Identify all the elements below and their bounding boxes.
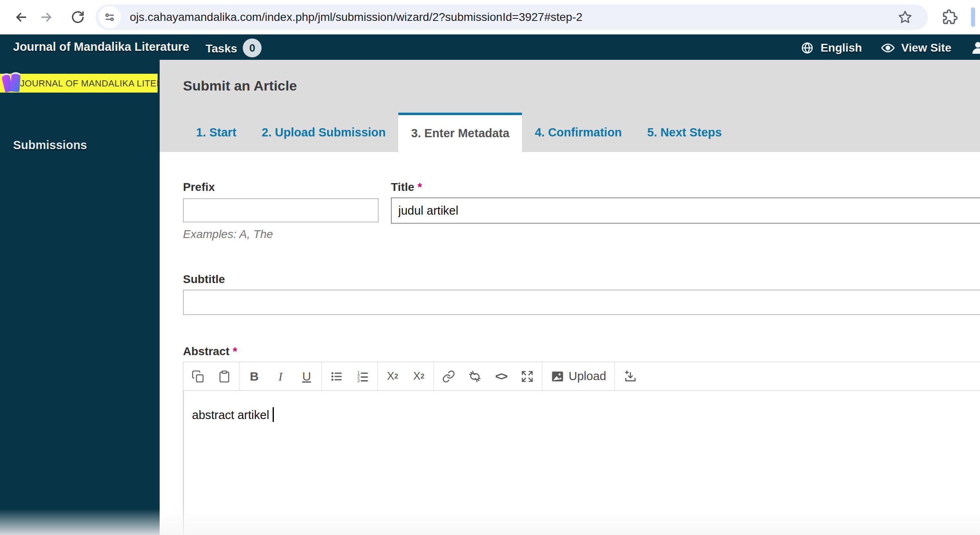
address-bar[interactable]: ojs.cahayamandalika.com/index.php/jml/su… <box>95 5 928 30</box>
journal-brand[interactable]: Journal of Mandalika Literature <box>13 40 189 54</box>
tab-confirmation[interactable]: 4. Confirmation <box>522 113 635 152</box>
editor-toolbar: B I U 123 X2 X2 <box>183 362 980 391</box>
abstract-textarea[interactable]: abstract artikel <box>183 391 980 535</box>
journal-logo[interactable]: JOURNAL OF MANDALIKA LITERATURE <box>0 74 158 93</box>
user-icon <box>970 40 980 56</box>
language-menu[interactable]: English <box>801 41 862 54</box>
books-logo-icon <box>2 70 21 93</box>
numbered-list-icon[interactable]: 123 <box>350 362 376 390</box>
prefix-help-text: Examples: A, The <box>183 228 273 241</box>
subtitle-input[interactable] <box>183 290 980 315</box>
fullscreen-icon[interactable] <box>514 362 540 390</box>
sidebar-item-submissions[interactable]: Submissions <box>13 138 87 152</box>
bookmark-star-icon[interactable] <box>895 7 915 27</box>
prefix-input[interactable] <box>183 198 379 222</box>
wizard-tabs: 1. Start 2. Upload Submission 3. Enter M… <box>183 113 734 152</box>
text-cursor <box>273 407 274 422</box>
extensions-icon[interactable] <box>940 7 960 27</box>
code-button[interactable]: <> <box>488 362 514 390</box>
required-asterisk: * <box>418 181 422 193</box>
subscript-button[interactable]: X2 <box>406 362 432 390</box>
tab-start[interactable]: 1. Start <box>183 113 249 152</box>
app-topbar: Journal of Mandalika Literature Tasks 0 … <box>0 34 980 60</box>
tasks-count-badge: 0 <box>243 39 262 57</box>
view-site-label: View Site <box>901 41 951 54</box>
superscript-button[interactable]: X2 <box>379 362 406 390</box>
abstract-text: abstract artikel <box>192 408 269 422</box>
tasks-label: Tasks <box>205 42 237 55</box>
site-info-icon[interactable] <box>99 6 121 28</box>
language-label: English <box>820 41 862 54</box>
title-label: Title* <box>391 181 422 194</box>
tab-enter-metadata[interactable]: 3. Enter Metadata <box>398 113 522 152</box>
image-upload-button[interactable]: Upload <box>544 370 613 383</box>
user-menu[interactable] <box>970 40 980 56</box>
bold-button[interactable]: B <box>241 362 267 390</box>
back-icon[interactable] <box>11 7 31 27</box>
wizard-header: Submit an Article 1. Start 2. Upload Sub… <box>160 60 980 152</box>
underline-button[interactable]: U <box>294 362 320 390</box>
abstract-editor: B I U 123 X2 X2 <box>183 362 980 535</box>
copy-icon[interactable] <box>185 362 211 390</box>
unlink-icon[interactable] <box>462 362 488 390</box>
paste-icon[interactable] <box>211 362 237 390</box>
browser-toolbar: ojs.cahayamandalika.com/index.php/jml/su… <box>0 0 980 34</box>
page-title: Submit an Article <box>183 78 297 94</box>
tasks-button[interactable]: Tasks 0 <box>205 40 262 57</box>
reload-icon[interactable] <box>68 7 88 27</box>
abstract-label: Abstract* <box>183 345 237 358</box>
sidebar: JOURNAL OF MANDALIKA LITERATURE Submissi… <box>0 60 160 535</box>
file-upload-icon[interactable] <box>616 362 643 390</box>
url-text[interactable]: ojs.cahayamandalika.com/index.php/jml/su… <box>130 11 928 24</box>
subtitle-label: Subtitle <box>183 273 225 286</box>
eye-icon <box>881 41 895 55</box>
upload-label: Upload <box>569 370 606 383</box>
tab-upload-submission[interactable]: 2. Upload Submission <box>249 113 398 152</box>
tab-next-steps[interactable]: 5. Next Steps <box>635 113 734 152</box>
required-asterisk: * <box>233 345 237 358</box>
bullet-list-icon[interactable] <box>323 362 350 390</box>
title-input[interactable] <box>391 197 980 224</box>
link-icon[interactable] <box>436 362 462 390</box>
view-site-link[interactable]: View Site <box>881 41 951 55</box>
svg-text:3: 3 <box>357 378 360 383</box>
globe-icon <box>801 41 814 54</box>
prefix-label: Prefix <box>183 181 215 194</box>
italic-button[interactable]: I <box>267 362 294 390</box>
profile-avatar-edge[interactable] <box>971 7 975 27</box>
forward-icon[interactable] <box>36 7 56 27</box>
